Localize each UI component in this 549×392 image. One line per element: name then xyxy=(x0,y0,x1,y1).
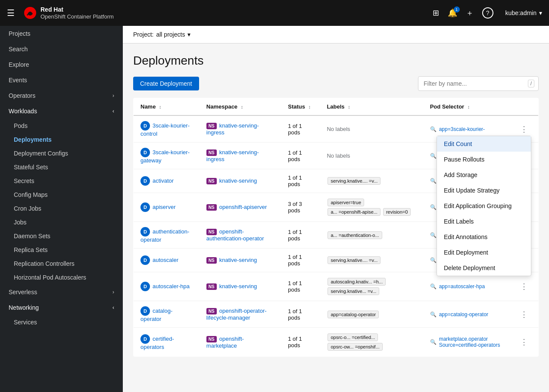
notifications-icon[interactable]: 🔔 1 xyxy=(448,8,457,18)
cell-status: 1 of 1 pods xyxy=(281,272,320,301)
create-deployment-button[interactable]: Create Deployment xyxy=(133,77,199,90)
sidebar-item-explore[interactable]: Explore xyxy=(0,57,123,72)
toolbar: Create Deployment / xyxy=(133,76,539,91)
col-name[interactable]: Name ↕ xyxy=(134,98,200,116)
menu-item-pause-rollouts[interactable]: Pause Rollouts xyxy=(437,152,531,167)
pod-selector-link[interactable]: 🔍app=3scale-kourier- xyxy=(430,126,485,132)
project-selector[interactable]: Project: all projects ▾ xyxy=(133,31,190,38)
deployment-icon: D xyxy=(140,121,150,131)
sidebar-item-daemon-sets[interactable]: Daemon Sets xyxy=(0,229,123,243)
menu-item-delete-deployment[interactable]: Delete Deployment xyxy=(437,260,531,276)
layout: Projects Search Explore Events Operators… xyxy=(0,26,549,392)
table-row: Dautoscaler-hpaNSknative-serving1 of 1 p… xyxy=(134,272,539,301)
status-value: 1 of 1 pods xyxy=(288,336,302,348)
sidebar-item-deployment-configs[interactable]: Deployment Configs xyxy=(0,146,123,160)
sidebar-item-events[interactable]: Events xyxy=(0,72,123,88)
sidebar-section-workloads[interactable]: Workloads ‹ xyxy=(0,103,123,119)
pod-selector-link[interactable]: 🔍app=autoscaler-hpa xyxy=(430,283,485,289)
cell-name: Dcertified-operators xyxy=(134,328,200,357)
pod-selector-link[interactable]: 🔍app=catalog-operator xyxy=(430,311,488,317)
namespace-badge: NS xyxy=(206,178,217,184)
sidebar-section-operators[interactable]: Operators › xyxy=(0,88,123,103)
sidebar-item-cron-jobs[interactable]: Cron Jobs xyxy=(0,202,123,215)
col-labels[interactable]: Labels ↕ xyxy=(320,98,423,116)
namespace-link[interactable]: knative-serving xyxy=(219,177,257,184)
cell-namespace: NSknative-serving xyxy=(200,249,281,272)
help-icon[interactable]: ? xyxy=(482,7,493,19)
add-icon[interactable]: ＋ xyxy=(466,8,474,18)
namespace-badge: NS xyxy=(206,257,217,264)
user-menu[interactable]: kube:admin ▾ xyxy=(505,9,542,16)
menu-item-edit-annotations[interactable]: Edit Annotations xyxy=(437,229,531,245)
deployment-icon: D xyxy=(140,255,150,265)
filter-input[interactable] xyxy=(418,76,539,91)
sidebar-item-config-maps[interactable]: Config Maps xyxy=(0,188,123,202)
menu-item-edit-labels[interactable]: Edit Labels xyxy=(437,214,531,229)
row-actions-button[interactable]: ⋮ xyxy=(517,309,531,320)
search-icon: 🔍 xyxy=(430,283,437,289)
sidebar-item-projects[interactable]: Projects xyxy=(0,26,123,41)
row-actions-button[interactable]: ⋮ xyxy=(517,281,531,292)
cell-namespace: NSknative-serving xyxy=(200,272,281,301)
col-pod-selector[interactable]: Pod Selector ↕ xyxy=(423,98,539,116)
cell-status: 1 of 1 pods xyxy=(281,169,320,193)
cell-labels: apiserver=truea... =openshift-apise...re… xyxy=(320,193,423,222)
sidebar: Projects Search Explore Events Operators… xyxy=(0,26,123,392)
cell-namespace: NSknative-serving-ingress xyxy=(200,115,281,143)
row-actions-button[interactable]: ⋮ xyxy=(517,336,531,348)
sidebar-item-secrets[interactable]: Secrets xyxy=(0,174,123,188)
main-content: Project: all projects ▾ Deployments Crea… xyxy=(123,26,549,392)
row-actions-button[interactable]: ⋮ xyxy=(517,124,531,135)
search-icon: 🔍 xyxy=(430,232,437,238)
label-badge: a... =openshift-apise... xyxy=(328,208,381,216)
menu-item-add-storage[interactable]: Add Storage xyxy=(437,167,531,183)
deployment-name-link[interactable]: activator xyxy=(153,177,174,184)
menu-item-edit-application-grouping[interactable]: Edit Application Grouping xyxy=(437,198,531,214)
namespace-link[interactable]: openshift-apiserver xyxy=(219,204,267,210)
deployment-name-link[interactable]: autoscaler-hpa xyxy=(153,283,190,289)
hamburger-menu[interactable]: ☰ xyxy=(7,8,15,18)
cell-name: Dautoscaler xyxy=(134,249,200,272)
cell-status: 1 of 1 pods xyxy=(281,222,320,249)
deployment-icon: D xyxy=(140,282,150,291)
sidebar-item-services[interactable]: Services xyxy=(0,315,123,329)
cell-pod-selector: 🔍app=catalog-operator⋮ xyxy=(423,301,539,328)
sidebar-item-replica-sets[interactable]: Replica Sets xyxy=(0,243,123,257)
namespace-link[interactable]: knative-serving xyxy=(219,283,257,289)
status-value: 1 of 1 pods xyxy=(288,254,302,267)
cell-labels: No labels xyxy=(320,115,423,143)
deployment-icon: D xyxy=(140,202,150,212)
cell-namespace: NSopenshift-authentication-operator xyxy=(200,222,281,249)
pod-selector-link[interactable]: 🔍marketplace.operator Source=certified-o… xyxy=(430,336,517,348)
namespace-link[interactable]: knative-serving xyxy=(219,257,257,263)
cell-status: 1 of 1 pods xyxy=(281,249,320,272)
label-badge: revision=0 xyxy=(383,208,411,216)
sidebar-item-deployments[interactable]: Deployments xyxy=(0,133,123,146)
apps-icon[interactable]: ⊞ xyxy=(433,8,439,18)
menu-item-edit-update-strategy[interactable]: Edit Update Strategy xyxy=(437,183,531,198)
menu-item-edit-deployment[interactable]: Edit Deployment xyxy=(437,245,531,260)
sidebar-item-stateful-sets[interactable]: Stateful Sets xyxy=(0,160,123,174)
sidebar-section-networking[interactable]: Networking ‹ xyxy=(0,300,123,315)
cell-status: 1 of 1 pods xyxy=(281,328,320,357)
sidebar-item-jobs[interactable]: Jobs xyxy=(0,215,123,229)
namespace-badge: NS xyxy=(206,204,217,211)
col-status[interactable]: Status ↕ xyxy=(281,98,320,116)
sidebar-section-serverless[interactable]: Serverless › xyxy=(0,284,123,300)
cell-labels: serving.knative.... =v... xyxy=(320,169,423,193)
menu-item-edit-count[interactable]: Edit Count xyxy=(437,136,531,152)
sidebar-item-horizontal-pod-autoscalers[interactable]: Horizontal Pod Autoscalers xyxy=(0,271,123,284)
namespace-badge: NS xyxy=(206,229,217,235)
cell-status: 1 of 1 pods xyxy=(281,143,320,169)
sidebar-item-replication-controllers[interactable]: Replication Controllers xyxy=(0,257,123,271)
deployments-table: Name ↕ Namespace ↕ Status ↕ Labels xyxy=(133,98,539,357)
no-labels-text: No labels xyxy=(327,152,350,159)
search-icon: 🔍 xyxy=(430,204,437,210)
sidebar-item-search[interactable]: Search xyxy=(0,41,123,57)
cell-pod-selector: 🔍app=3scale-kourier-⋮Edit CountPause Rol… xyxy=(423,115,539,143)
col-namespace[interactable]: Namespace ↕ xyxy=(200,98,281,116)
status-value: 1 of 1 pods xyxy=(288,229,302,242)
deployment-name-link[interactable]: autoscaler xyxy=(153,257,178,263)
sidebar-item-pods[interactable]: Pods xyxy=(0,119,123,133)
deployment-name-link[interactable]: apiserver xyxy=(153,204,175,210)
